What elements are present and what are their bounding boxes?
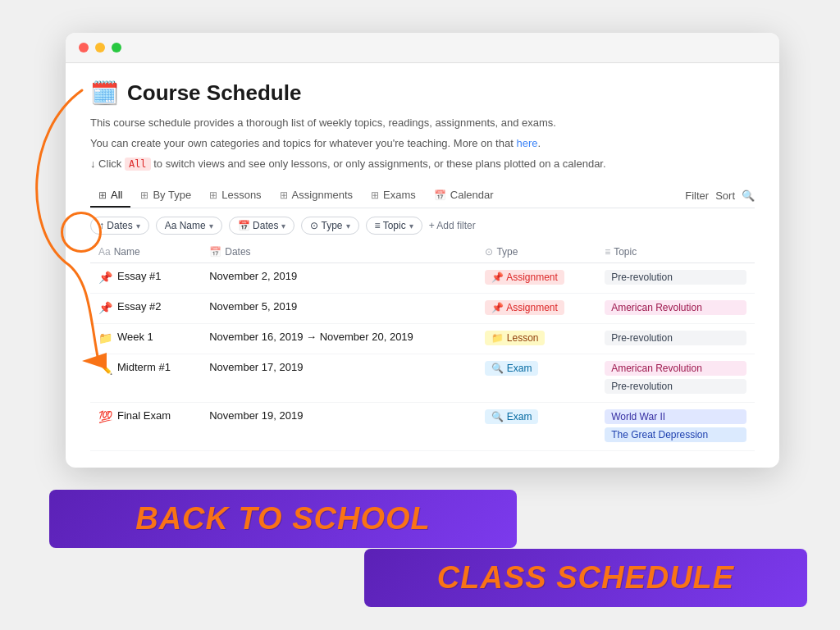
filter-dates-asc-label: ↑ Dates — [99, 220, 133, 231]
class-schedule-banner: CLASS SCHEDULE — [364, 549, 807, 607]
type-tag[interactable]: 📌 Assignment — [485, 270, 564, 285]
type-tag[interactable]: 📌 Assignment — [485, 300, 564, 315]
chevron-down-icon: ▾ — [281, 221, 285, 231]
type-tag[interactable]: 🔍 Exam — [485, 409, 538, 424]
all-badge[interactable]: All — [125, 158, 151, 171]
chevron-down-icon: ▾ — [409, 221, 413, 231]
topic-tag[interactable]: The Great Depression — [605, 427, 746, 442]
tab-lessons-icon: ⊞ — [209, 189, 217, 201]
titlebar — [66, 33, 779, 63]
filter-type-label: ⊙ Type — [310, 220, 342, 231]
topic-tag[interactable]: American Revolution — [605, 361, 746, 376]
tab-exams[interactable]: ⊞ Exams — [363, 184, 424, 208]
row-name-cell: ✏️ Midterm #1 — [90, 354, 201, 403]
row-topic-cell: Pre-revolution — [596, 263, 755, 294]
topic-tag[interactable]: Pre-revolution — [605, 270, 746, 285]
row-type-cell: 📁 Lesson — [477, 324, 596, 354]
chevron-down-icon: ▾ — [209, 221, 213, 231]
tab-group: ⊞ All ⊞ By Type ⊞ Lessons ⊞ Assignments … — [90, 184, 685, 208]
schedule-table: AaName 📅Dates ⊙Type ≡Topic 📌 Essay #1 No… — [90, 241, 755, 451]
filter-name-label: Aa Name — [165, 220, 206, 231]
description-line-1: This course schedule provides a thorough… — [90, 115, 755, 132]
row-name-text[interactable]: Week 1 — [117, 331, 153, 343]
tab-calendar-label: Calendar — [450, 189, 494, 201]
topic-tag[interactable]: American Revolution — [605, 300, 746, 315]
filter-type[interactable]: ⊙ Type ▾ — [301, 217, 358, 235]
sort-button[interactable]: Sort — [715, 189, 735, 202]
tab-bytype-label: By Type — [153, 189, 191, 201]
row-name-cell: 💯 Final Exam — [90, 403, 201, 451]
add-filter-label: + Add filter — [429, 220, 476, 231]
tab-calendar[interactable]: 📅 Calendar — [426, 184, 502, 208]
row-name-text[interactable]: Essay #1 — [117, 270, 161, 282]
page-header: 🗓️ Course Schedule — [90, 80, 755, 107]
type-tag[interactable]: 🔍 Exam — [485, 361, 538, 376]
row-dates-cell: November 2, 2019 — [201, 263, 477, 294]
row-emoji: 📌 — [98, 271, 112, 284]
row-dates-cell: November 17, 2019 — [201, 354, 477, 403]
description-line-2: You can create your own categories and t… — [90, 135, 755, 153]
row-type-cell: 📌 Assignment — [477, 263, 596, 294]
tab-exams-icon: ⊞ — [371, 189, 379, 201]
app-window: 🗓️ Course Schedule This course schedule … — [66, 33, 779, 468]
row-topic-cell: American Revolution Pre-revolution — [596, 354, 755, 403]
filter-dates-asc[interactable]: ↑ Dates ▾ — [90, 217, 149, 235]
minimize-button[interactable] — [95, 43, 105, 52]
row-emoji: 📁 — [98, 331, 112, 345]
filter-topic[interactable]: ≡ Topic ▾ — [366, 217, 422, 235]
here-link[interactable]: here — [516, 137, 537, 149]
tab-bytype-icon: ⊞ — [140, 189, 148, 201]
maximize-button[interactable] — [112, 43, 121, 52]
tab-exams-label: Exams — [383, 189, 416, 201]
row-emoji: 📌 — [98, 301, 112, 314]
page-content: 🗓️ Course Schedule This course schedule … — [66, 63, 779, 468]
row-emoji: ✏️ — [98, 362, 112, 375]
row-dates-cell: November 19, 2019 — [201, 403, 477, 451]
close-button[interactable] — [79, 43, 89, 52]
row-emoji: 💯 — [98, 410, 112, 423]
col-dates-header: 📅Dates — [201, 241, 477, 263]
row-topic-cell: Pre-revolution — [596, 324, 755, 354]
tab-calendar-icon: 📅 — [434, 189, 446, 201]
row-type-cell: 🔍 Exam — [477, 403, 596, 451]
table-row: 💯 Final Exam November 19, 2019 🔍 Exam Wo… — [90, 403, 755, 451]
filter-bar: ↑ Dates ▾ Aa Name ▾ 📅 Dates ▾ ⊙ Type ▾ ≡… — [90, 208, 755, 241]
chevron-down-icon: ▾ — [136, 221, 140, 231]
topic-tag[interactable]: Pre-revolution — [605, 379, 746, 394]
filter-button[interactable]: Filter — [685, 189, 709, 202]
page-title: Course Schedule — [127, 80, 301, 106]
table-row: 📌 Essay #2 November 5, 2019 📌 Assignment… — [90, 294, 755, 324]
row-dates-cell: November 16, 2019 → November 20, 2019 — [201, 324, 477, 354]
filter-dates-label: 📅 Dates — [238, 220, 279, 231]
chevron-down-icon: ▾ — [346, 221, 350, 231]
tab-assignments-label: Assignments — [292, 189, 353, 201]
tab-assignments[interactable]: ⊞ Assignments — [272, 184, 361, 208]
row-name-text[interactable]: Essay #2 — [117, 300, 161, 313]
row-topic-cell: American Revolution — [596, 294, 755, 324]
filter-dates[interactable]: 📅 Dates ▾ — [229, 217, 295, 235]
topic-tag[interactable]: World War II — [605, 409, 746, 424]
add-filter-button[interactable]: + Add filter — [429, 220, 476, 231]
col-topic-header: ≡Topic — [596, 241, 755, 263]
filter-name[interactable]: Aa Name ▾ — [156, 217, 222, 235]
table-row: ✏️ Midterm #1 November 17, 2019 🔍 Exam A… — [90, 354, 755, 403]
tab-all[interactable]: ⊞ All — [90, 184, 130, 208]
search-icon[interactable]: 🔍 — [742, 189, 755, 202]
table-row: 📁 Week 1 November 16, 2019 → November 20… — [90, 324, 755, 354]
col-type-header: ⊙Type — [477, 241, 596, 263]
row-name-cell: 📁 Week 1 — [90, 324, 201, 354]
col-name-header: AaName — [90, 241, 201, 263]
topic-tag[interactable]: Pre-revolution — [605, 331, 746, 345]
tabs-bar: ⊞ All ⊞ By Type ⊞ Lessons ⊞ Assignments … — [90, 184, 755, 208]
row-dates-cell: November 5, 2019 — [201, 294, 477, 324]
tab-all-icon: ⊞ — [98, 189, 107, 201]
row-name-text[interactable]: Midterm #1 — [117, 361, 171, 373]
row-type-cell: 📌 Assignment — [477, 294, 596, 324]
row-name-cell: 📌 Essay #2 — [90, 294, 201, 324]
tab-by-type[interactable]: ⊞ By Type — [132, 184, 199, 208]
tab-lessons[interactable]: ⊞ Lessons — [201, 184, 269, 208]
tab-actions: Filter Sort 🔍 — [685, 189, 755, 202]
type-tag[interactable]: 📁 Lesson — [485, 331, 545, 345]
filter-topic-label: ≡ Topic — [375, 220, 406, 231]
row-name-text[interactable]: Final Exam — [117, 409, 171, 422]
